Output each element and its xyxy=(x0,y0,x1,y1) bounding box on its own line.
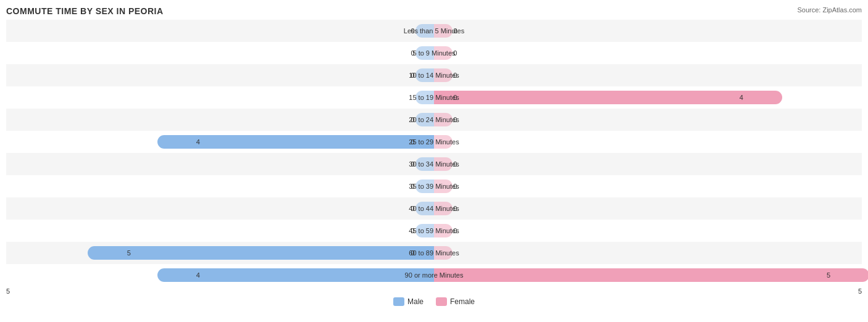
female-bar xyxy=(434,24,453,38)
male-color-box xyxy=(393,297,404,306)
female-value: 4 xyxy=(740,94,743,101)
female-bar xyxy=(434,113,453,126)
chart-title: COMMUTE TIME BY SEX IN PEORIA xyxy=(6,6,862,16)
legend: Male Female xyxy=(6,297,862,306)
female-value: 0 xyxy=(411,227,415,234)
female-bar xyxy=(434,46,453,60)
chart-row: 25 to 29 Minutes40 xyxy=(6,131,862,153)
male-value: 0 xyxy=(453,49,457,57)
male-bar xyxy=(415,202,434,215)
female-bar xyxy=(434,157,453,171)
female-bar xyxy=(434,224,453,237)
female-bar xyxy=(434,202,453,215)
female-value: 0 xyxy=(411,160,415,168)
male-value: 0 xyxy=(453,27,457,35)
chart-row: 15 to 19 Minutes04 xyxy=(6,86,862,109)
female-bar xyxy=(434,180,453,193)
male-value: 4 xyxy=(196,138,200,146)
female-value: 0 xyxy=(411,27,415,35)
male-label: Male xyxy=(407,297,424,306)
male-bar xyxy=(415,46,434,60)
female-color-box xyxy=(436,297,447,306)
female-bar xyxy=(434,68,453,82)
male-value: 0 xyxy=(453,160,457,168)
chart-row: Less than 5 Minutes00 xyxy=(6,20,862,42)
male-bar xyxy=(415,113,434,126)
male-value: 5 xyxy=(127,249,131,257)
chart-row: 20 to 24 Minutes00 xyxy=(6,109,862,131)
female-value: 0 xyxy=(411,138,415,146)
male-value: 0 xyxy=(453,94,457,101)
female-value: 0 xyxy=(411,72,415,79)
female-bar xyxy=(434,268,868,282)
male-bar xyxy=(415,157,434,171)
axis-left: 5 xyxy=(6,287,10,295)
chart-row: 30 to 34 Minutes00 xyxy=(6,153,862,175)
male-value: 0 xyxy=(453,183,457,190)
female-value: 0 xyxy=(411,249,415,257)
female-value: 0 xyxy=(411,205,415,212)
female-value: 0 xyxy=(411,183,415,190)
axis-labels: 5 5 xyxy=(6,287,862,295)
chart-container: COMMUTE TIME BY SEX IN PEORIA Source: Zi… xyxy=(0,0,868,322)
chart-area: Less than 5 Minutes005 to 9 Minutes0010 … xyxy=(6,20,862,286)
chart-row: 5 to 9 Minutes00 xyxy=(6,42,862,64)
female-value: 0 xyxy=(411,116,415,123)
female-bar xyxy=(434,135,453,149)
chart-row: 40 to 44 Minutes00 xyxy=(6,197,862,220)
male-bar xyxy=(415,24,434,38)
female-bar xyxy=(434,91,782,104)
legend-male: Male xyxy=(393,297,424,306)
male-bar xyxy=(415,91,434,104)
chart-row: 35 to 39 Minutes00 xyxy=(6,175,862,197)
source-text: Source: ZipAtlas.com xyxy=(797,6,862,14)
chart-row: 90 or more Minutes45 xyxy=(6,264,862,286)
male-value: 0 xyxy=(453,116,457,123)
male-value: 4 xyxy=(196,271,200,279)
female-value: 5 xyxy=(827,271,830,279)
male-bar xyxy=(88,246,434,260)
male-value: 0 xyxy=(453,205,457,212)
male-value: 0 xyxy=(453,72,457,79)
chart-row: 45 to 59 Minutes00 xyxy=(6,220,862,242)
female-value: 0 xyxy=(411,49,415,57)
male-bar xyxy=(415,68,434,82)
chart-row: 60 to 89 Minutes50 xyxy=(6,242,862,264)
female-bar xyxy=(434,246,453,260)
male-bar xyxy=(415,224,434,237)
male-bar xyxy=(415,180,434,193)
legend-female: Female xyxy=(436,297,475,306)
female-label: Female xyxy=(450,297,475,306)
axis-right: 5 xyxy=(858,287,862,295)
chart-row: 10 to 14 Minutes00 xyxy=(6,64,862,86)
male-value: 0 xyxy=(453,227,457,234)
